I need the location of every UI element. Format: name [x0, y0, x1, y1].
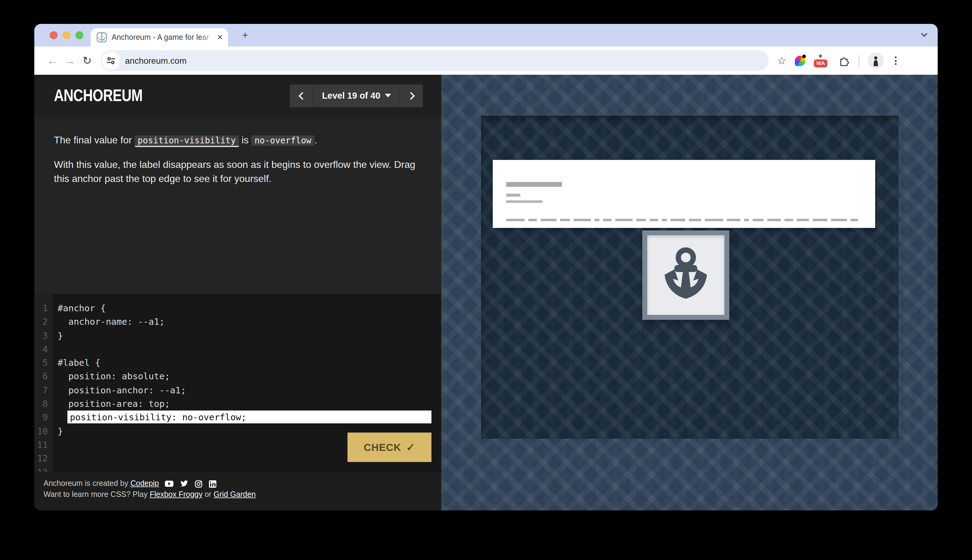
label-dash [574, 218, 591, 221]
label-placeholder-line [506, 193, 520, 197]
social-icons [165, 480, 217, 488]
browser-menu-icon[interactable] [893, 57, 899, 65]
line-number: 12 [34, 452, 48, 466]
footer-text: or [203, 490, 213, 499]
youtube-icon[interactable] [165, 480, 174, 487]
code-text: #anchor { [58, 303, 106, 313]
grid-garden-link[interactable]: Grid Garden [213, 490, 256, 499]
label-dash [744, 218, 749, 221]
caret-down-icon [385, 94, 391, 97]
bookmark-star-icon[interactable]: ☆ [777, 54, 787, 67]
footer-text: Anchoreum is created by [43, 479, 130, 488]
instagram-icon[interactable] [195, 480, 203, 488]
label-placeholder-title [506, 182, 562, 187]
label-dash [540, 218, 557, 221]
browser-tab[interactable]: ⚓ Anchoreum - A game for lear ✕ [91, 28, 228, 47]
code-line [58, 411, 441, 425]
code-line: position-anchor: --a1; [58, 383, 441, 397]
new-tab-button[interactable]: + [238, 28, 252, 43]
label-dash [797, 218, 809, 221]
code-text: } [58, 330, 63, 340]
line-number: 4 [34, 342, 48, 356]
code-text: anchor-name: --a1; [58, 317, 165, 327]
anchor-element[interactable] [642, 230, 729, 320]
instruction-paragraph-2: With this value, the label disappears as… [54, 157, 423, 186]
back-icon[interactable]: ← [44, 54, 61, 67]
game-header: ANCHOREUM Level 19 of 40 [34, 75, 441, 117]
sun-icon: ☀ [818, 53, 824, 60]
label-dash [506, 218, 525, 221]
check-button[interactable]: CHECK ✓ [347, 433, 432, 462]
na-badge-extension-icon[interactable]: ☀ N/A [814, 54, 830, 67]
extensions-puzzle-icon[interactable] [839, 55, 850, 67]
tab-close-icon[interactable]: ✕ [217, 33, 223, 42]
game-panel: ANCHOREUM Level 19 of 40 The final value… [34, 75, 441, 510]
zoom-window-button[interactable] [75, 31, 83, 39]
reload-icon[interactable]: ↻ [78, 54, 96, 67]
minimize-window-button[interactable] [63, 31, 70, 39]
css-value-input[interactable] [67, 411, 432, 424]
na-badge: N/A [814, 60, 828, 67]
page-content: ANCHOREUM Level 19 of 40 The final value… [34, 75, 938, 510]
toolbar-divider [859, 55, 860, 67]
footer-line-1: Anchoreum is created by Codepip [43, 478, 441, 489]
tab-strip: ⚓ Anchoreum - A game for lear ✕ + [34, 24, 938, 47]
label-dash [528, 218, 537, 221]
label-dash [813, 218, 827, 221]
colorpick-extension-icon[interactable] [795, 55, 805, 66]
close-window-button[interactable] [50, 31, 58, 39]
label-dash [615, 218, 632, 221]
level-select-dropdown[interactable]: Level 19 of 40 [313, 84, 400, 107]
tab-title: Anchoreum - A game for lear [112, 33, 215, 42]
profile-avatar[interactable] [868, 53, 884, 68]
label-dash [727, 218, 740, 221]
check-mark-icon: ✓ [406, 441, 415, 454]
code-line: position: absolute; [58, 370, 441, 383]
check-label: CHECK [364, 442, 401, 453]
code-text: } [58, 426, 63, 436]
url-text: anchoreum.com [125, 56, 187, 65]
next-level-button[interactable] [400, 84, 423, 107]
browser-window: ⚓ Anchoreum - A game for lear ✕ + ← → ↻ [34, 24, 938, 510]
toolbar-right-icons: ☆ ☀ N/A [777, 53, 899, 68]
code-text: #label { [58, 358, 100, 368]
position-visibility-code-link[interactable]: position-visibility [135, 135, 239, 147]
label-dash [636, 218, 646, 221]
anchor-face [647, 235, 724, 315]
line-number: 6 [34, 370, 48, 383]
line-number: 5 [34, 356, 48, 370]
code-line [58, 465, 441, 472]
code-line: } [58, 329, 441, 342]
line-number: 10 [34, 424, 48, 438]
line-number: 9 [34, 411, 48, 425]
address-bar[interactable]: anchoreum.com [100, 50, 769, 71]
codepip-link[interactable]: Codepip [130, 479, 159, 488]
label-placeholder-line [506, 200, 542, 203]
label-dash-row [506, 218, 862, 221]
label-dash [851, 218, 858, 221]
tab-search-chevron-icon[interactable] [919, 30, 929, 40]
label-dash [784, 218, 793, 221]
label-dash [689, 218, 701, 221]
label-dash [831, 218, 847, 221]
forward-icon[interactable]: → [61, 54, 78, 67]
anchor-icon [658, 246, 714, 305]
instructions: The final value for position-visibility … [34, 117, 441, 294]
previous-level-button[interactable] [290, 84, 313, 107]
label-dash [662, 218, 667, 221]
line-number: 7 [34, 383, 48, 397]
label-dash [595, 218, 599, 221]
anchoreum-logo: ANCHOREUM [54, 86, 142, 105]
window-controls [50, 31, 83, 39]
linkedin-icon[interactable] [209, 480, 217, 488]
label-dash [650, 218, 658, 221]
code-text: position-anchor: --a1; [58, 385, 186, 395]
twitter-icon[interactable] [180, 480, 188, 487]
chevron-left-icon [298, 92, 306, 99]
instruction-text: is [239, 135, 252, 145]
level-label: Level 19 of 40 [322, 91, 380, 100]
flexbox-froggy-link[interactable]: Flexbox Froggy [150, 490, 202, 499]
code-text: position-area: top; [58, 399, 170, 409]
site-settings-icon[interactable] [102, 52, 120, 70]
anchor-favicon-icon: ⚓ [97, 32, 107, 42]
